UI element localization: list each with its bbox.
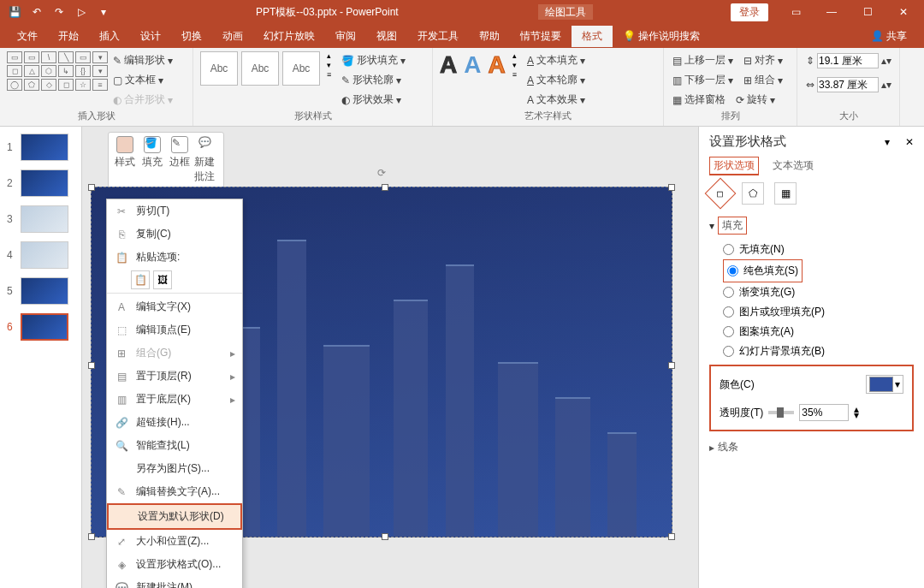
width-input[interactable]: ⇔ ▴▾ <box>804 75 893 94</box>
slide-thumb[interactable] <box>21 313 68 341</box>
shape-style-3[interactable]: Abc <box>282 51 320 86</box>
tab-developer[interactable]: 开发工具 <box>407 26 469 47</box>
align-button[interactable]: ⊟ 对齐 ▾ <box>742 51 785 69</box>
radio-gradient-fill[interactable]: 渐变填充(G) <box>723 282 914 302</box>
tab-format[interactable]: 格式 <box>572 26 613 47</box>
shape-style-1[interactable]: Abc <box>200 51 238 86</box>
tab-file[interactable]: 文件 <box>7 26 48 47</box>
undo-icon[interactable]: ↶ <box>29 4 44 20</box>
paste-opt-2[interactable]: 🖼 <box>153 270 172 289</box>
mini-border-button[interactable]: ✎边框 <box>167 136 192 184</box>
format-shape-pane: 设置形状格式 ▾✕ 形状选项 文本选项 ◇ ⬠ ▦ ▾ 填充 无填充(N) 纯色… <box>698 127 924 588</box>
rotate-handle-icon[interactable]: ⟳ <box>377 167 386 179</box>
ctx-copy[interactable]: ⎘复制(C) <box>107 223 242 246</box>
slide-panel[interactable]: 1 2 3 4 5 6 <box>0 127 82 588</box>
ctx-hyperlink[interactable]: 🔗超链接(H)... <box>107 411 242 434</box>
bring-forward-button[interactable]: ▤ 上移一层 ▾ <box>671 51 735 69</box>
tab-help[interactable]: 帮助 <box>469 26 510 47</box>
pane-tab-shape[interactable]: 形状选项 <box>709 157 759 175</box>
tab-home[interactable]: 开始 <box>48 26 89 47</box>
pane-menu-icon[interactable]: ▾ <box>885 136 890 148</box>
slide-thumb[interactable] <box>21 277 68 305</box>
tab-plot[interactable]: 情节提要 <box>510 26 572 47</box>
slide-thumb[interactable] <box>21 169 68 197</box>
shape-effects-button[interactable]: ◐ 形状效果 ▾ <box>340 91 407 109</box>
mini-comment-button[interactable]: 💬新建批注 <box>194 136 220 184</box>
group-button[interactable]: ⊞ 组合 ▾ <box>742 71 785 89</box>
ctx-bring-front[interactable]: ▤置于顶层(R)▸ <box>107 365 242 388</box>
ctx-set-default[interactable]: 设置为默认形状(D) <box>109 505 240 528</box>
text-fill-button[interactable]: A 文本填充 ▾ <box>525 51 587 69</box>
text-outline-button[interactable]: A 文本轮廓 ▾ <box>525 71 587 89</box>
ctx-cut[interactable]: ✂剪切(T) <box>107 199 242 223</box>
style-more-icon[interactable]: ▴ <box>327 51 331 60</box>
login-button[interactable]: 登录 <box>731 3 768 21</box>
fill-line-icon[interactable]: ◇ <box>705 178 737 210</box>
ctx-smart-lookup[interactable]: 🔍智能查找(L) <box>107 434 242 457</box>
text-effects-button[interactable]: A 文本效果 ▾ <box>525 91 587 109</box>
start-icon[interactable]: ▷ <box>74 4 89 20</box>
ctx-edit-points[interactable]: ⬚编辑顶点(E) <box>107 318 242 342</box>
tab-insert[interactable]: 插入 <box>89 26 130 47</box>
slide-thumb[interactable] <box>21 134 68 161</box>
slide-canvas[interactable]: 样式 🪣填充 ✎边框 💬新建批注 ⟳ <box>82 127 698 588</box>
slide-thumb[interactable] <box>21 205 68 233</box>
mini-toolbar: 样式 🪣填充 ✎边框 💬新建批注 <box>108 132 224 188</box>
ctx-group: ⊞组合(G)▸ <box>107 342 242 365</box>
effects-icon[interactable]: ⬠ <box>742 182 764 205</box>
edit-shape-button[interactable]: ✎ 编辑形状 ▾ <box>111 51 175 69</box>
tab-animation[interactable]: 动画 <box>212 26 253 47</box>
ctx-save-as-pic[interactable]: 另存为图片(S)... <box>107 457 242 480</box>
send-backward-button[interactable]: ▥ 下移一层 ▾ <box>671 71 735 89</box>
radio-solid-fill[interactable]: 纯色填充(S) <box>727 261 798 281</box>
mini-style-button[interactable]: 样式 <box>112 136 138 184</box>
style-more-icon[interactable]: ▾ <box>327 61 331 69</box>
tab-review[interactable]: 审阅 <box>325 26 366 47</box>
style-more-icon[interactable]: ≡ <box>327 70 331 79</box>
wordart-gallery[interactable]: A A A <box>440 51 506 79</box>
fill-section-header[interactable]: ▾ 填充 <box>709 215 914 236</box>
share-button[interactable]: 👤 共享 <box>861 26 917 47</box>
size-props-icon[interactable]: ▦ <box>774 182 797 205</box>
tab-view[interactable]: 视图 <box>366 26 407 47</box>
radio-picture-fill[interactable]: 图片或纹理填充(P) <box>723 302 914 322</box>
mini-fill-button[interactable]: 🪣填充 <box>139 136 165 184</box>
tab-transition[interactable]: 切换 <box>171 26 212 47</box>
tab-slideshow[interactable]: 幻灯片放映 <box>253 26 325 47</box>
ctx-edit-text[interactable]: A编辑文字(X) <box>107 295 242 318</box>
shape-style-2[interactable]: Abc <box>241 51 279 86</box>
save-icon[interactable]: 💾 <box>7 4 22 20</box>
paste-opt-1[interactable]: 📋 <box>131 270 150 289</box>
shape-fill-button[interactable]: 🪣 形状填充 ▾ <box>340 51 407 69</box>
pane-close-icon[interactable]: ✕ <box>905 136 914 148</box>
rotate-button[interactable]: ⟳ 旋转 ▾ <box>734 91 777 109</box>
qat-more-icon[interactable]: ▾ <box>96 4 111 20</box>
selection-pane-button[interactable]: ▦ 选择窗格 <box>671 91 727 109</box>
shape-outline-button[interactable]: ✎ 形状轮廓 ▾ <box>340 71 407 89</box>
transparency-input[interactable] <box>799 404 849 421</box>
radio-pattern-fill[interactable]: 图案填充(A) <box>723 322 914 342</box>
height-input[interactable]: ⇕ ▴▾ <box>804 51 893 70</box>
radio-slidebg-fill[interactable]: 幻灯片背景填充(B) <box>723 342 914 361</box>
radio-no-fill[interactable]: 无填充(N) <box>723 240 914 259</box>
maximize-icon[interactable]: ☐ <box>850 2 885 22</box>
transparency-slider[interactable] <box>768 411 794 414</box>
shape-gallery[interactable]: ▭▭\╲▭▾ ◻△⬡↳{}▾ ◯⬠◇◻☆≡ <box>7 51 108 91</box>
tab-design[interactable]: 设计 <box>130 26 171 47</box>
ctx-new-comment[interactable]: 💬新建批注(M) <box>107 576 242 588</box>
pane-tab-text[interactable]: 文本选项 <box>773 157 814 175</box>
line-section-header[interactable]: ▸ 线条 <box>709 438 914 456</box>
ctx-send-back[interactable]: ▥置于底层(K)▸ <box>107 388 242 411</box>
ctx-size-pos[interactable]: ⤢大小和位置(Z)... <box>107 530 242 553</box>
ctx-format-shape[interactable]: ◈设置形状格式(O)... <box>107 553 242 576</box>
minimize-icon[interactable]: — <box>814 2 849 22</box>
text-box-button[interactable]: ▢ 文本框 ▾ <box>111 71 175 89</box>
slide-thumb[interactable] <box>21 241 68 269</box>
group-label: 插入形状 <box>7 110 186 122</box>
ctx-edit-alt[interactable]: ✎编辑替换文字(A)... <box>107 480 242 503</box>
ribbon-display-icon[interactable]: ▭ <box>779 2 813 22</box>
color-picker[interactable]: ▾ <box>866 375 903 394</box>
tellme[interactable]: 💡 操作说明搜索 <box>613 26 710 47</box>
close-icon[interactable]: ✕ <box>886 2 921 22</box>
redo-icon[interactable]: ↷ <box>51 4 67 20</box>
